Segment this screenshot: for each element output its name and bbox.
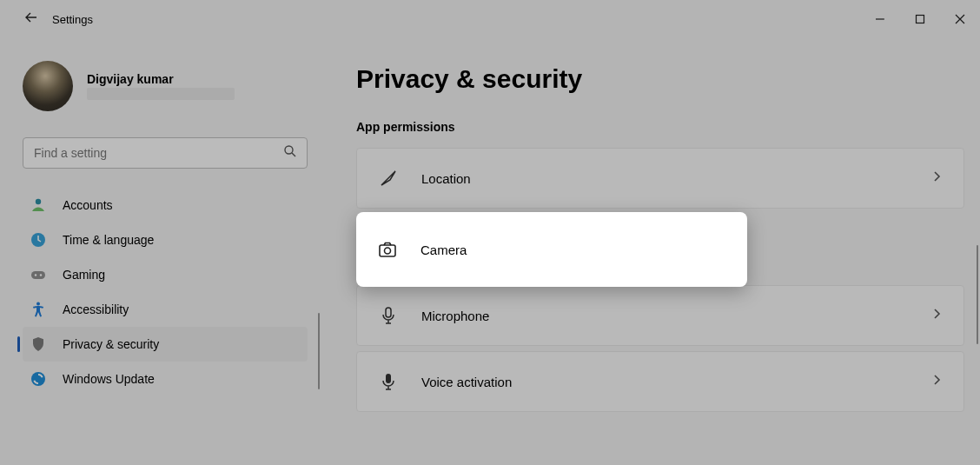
svg-rect-11 bbox=[386, 308, 391, 317]
search-icon[interactable] bbox=[283, 144, 297, 162]
permission-label: Location bbox=[421, 171, 908, 186]
sidebar-item-label: Accounts bbox=[63, 198, 113, 212]
accounts-icon bbox=[30, 196, 47, 214]
nav-list: Accounts Time & language Gaming bbox=[23, 188, 308, 396]
camera-icon bbox=[377, 239, 398, 260]
permission-label: Voice activation bbox=[421, 375, 908, 389]
update-icon bbox=[30, 370, 47, 388]
back-icon[interactable] bbox=[24, 10, 38, 28]
sidebar-item-label: Windows Update bbox=[63, 372, 155, 386]
svg-rect-0 bbox=[917, 16, 924, 23]
time-icon bbox=[30, 231, 47, 249]
section-title: App permissions bbox=[356, 120, 964, 134]
svg-point-7 bbox=[36, 302, 40, 306]
sidebar-item-privacy-security[interactable]: Privacy & security bbox=[23, 327, 308, 362]
app-title: Settings bbox=[52, 13, 93, 26]
chevron-right-icon bbox=[930, 170, 943, 186]
sidebar-item-gaming[interactable]: Gaming bbox=[23, 257, 308, 292]
sidebar-item-accessibility[interactable]: Accessibility bbox=[23, 292, 308, 327]
permission-microphone[interactable]: Microphone bbox=[356, 285, 964, 346]
sidebar-item-label: Privacy & security bbox=[63, 337, 159, 351]
sidebar-scrollbar[interactable] bbox=[318, 313, 320, 389]
voice-icon bbox=[378, 371, 399, 392]
shield-icon bbox=[30, 335, 47, 353]
avatar[interactable] bbox=[23, 61, 73, 111]
search-input[interactable] bbox=[23, 137, 308, 169]
main-scrollbar[interactable] bbox=[977, 245, 978, 344]
svg-point-2 bbox=[36, 199, 41, 204]
svg-rect-9 bbox=[380, 245, 395, 256]
chevron-right-icon bbox=[930, 308, 943, 323]
sidebar-item-time-language[interactable]: Time & language bbox=[23, 223, 308, 257]
close-button[interactable] bbox=[940, 0, 980, 38]
svg-rect-12 bbox=[386, 374, 391, 383]
user-email-redacted bbox=[87, 88, 235, 100]
sidebar-item-accounts[interactable]: Accounts bbox=[23, 188, 308, 223]
user-name: Digvijay kumar bbox=[87, 72, 235, 86]
permission-label: Microphone bbox=[421, 309, 908, 323]
svg-point-6 bbox=[40, 274, 42, 276]
sidebar-item-label: Accessibility bbox=[63, 302, 129, 316]
accessibility-icon bbox=[30, 301, 47, 318]
svg-point-1 bbox=[285, 146, 293, 154]
gaming-icon bbox=[30, 266, 47, 283]
permission-camera[interactable]: Camera bbox=[356, 212, 747, 287]
microphone-icon bbox=[378, 305, 399, 326]
permission-label: Camera bbox=[420, 242, 726, 257]
svg-point-10 bbox=[385, 248, 391, 254]
page-title: Privacy & security bbox=[356, 64, 964, 94]
sidebar-item-windows-update[interactable]: Windows Update bbox=[23, 362, 308, 396]
svg-rect-4 bbox=[31, 271, 45, 279]
permission-location[interactable]: Location bbox=[356, 148, 964, 209]
sidebar-item-label: Gaming bbox=[63, 268, 105, 282]
sidebar-item-label: Time & language bbox=[63, 233, 154, 247]
chevron-right-icon bbox=[930, 374, 943, 389]
permission-voice-activation[interactable]: Voice activation bbox=[356, 351, 964, 412]
maximize-button[interactable] bbox=[900, 0, 940, 38]
svg-point-5 bbox=[35, 274, 36, 276]
location-icon bbox=[378, 168, 399, 189]
minimize-button[interactable] bbox=[860, 0, 900, 38]
